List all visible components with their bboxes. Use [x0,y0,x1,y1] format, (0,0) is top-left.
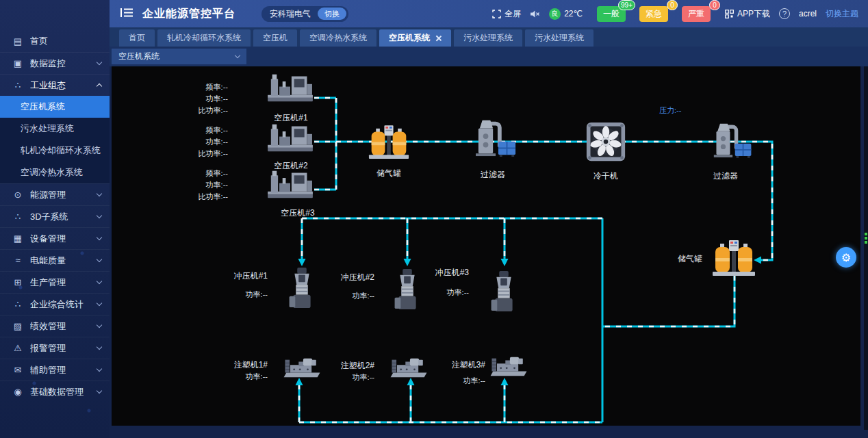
alarm-badge-severe[interactable]: 严重 0 [682,6,711,22]
sidebar-item-performance[interactable]: ▨ 绩效管理 [0,315,110,337]
punch-machine-3 [489,270,519,313]
sidebar-subitem-label: 污水处理系统 [21,123,74,135]
company-switch-button[interactable]: 切换 [318,8,346,20]
equipment-label: 冲压机#1 [224,270,268,282]
air-quality-badge: 良 [549,8,561,20]
sidebar-item-enterprise-stats[interactable]: ∴ 企业综合统计 [0,293,110,315]
sidebar-item-energy[interactable]: ⊙ 能源管理 [0,183,110,205]
toolbar: 空压机系统 [110,47,868,66]
tab-mill-cooling[interactable]: 轧机冷却循环水系统 [157,29,251,47]
sidebar-item-home[interactable]: ▤ 首页 [0,30,110,52]
system-select-dropdown[interactable]: 空压机系统 [112,49,246,64]
equipment-label: 储气罐 [656,253,702,265]
air-compressor-1 [266,71,315,103]
sidebar-item-label: 电能质量 [30,255,97,267]
chevron-down-icon [97,60,102,65]
sidebar-item-alarm[interactable]: ⚠ 报警管理 [0,337,110,359]
refrigerated-dryer [585,121,627,162]
sidebar-item-label: 设备管理 [30,233,97,245]
chevron-down-icon [97,366,102,372]
username-label[interactable]: acrel [799,9,817,18]
home-icon: ▤ [12,36,23,47]
sidebar-item-production[interactable]: ⊞ 生产管理 [0,271,110,293]
tab-air-compressor-system[interactable]: 空压机系统 [379,29,451,47]
sidebar-subitem-hvac-water[interactable]: 空调冷热水系统 [0,162,110,183]
alarm-badge-urgent[interactable]: 紧急 0 [639,6,668,22]
sidebar-submenu: 空压机系统 污水处理系统 轧机冷却循环水系统 空调冷热水系统 [0,96,110,183]
company-selector: 安科瑞电气 切换 [261,6,348,22]
sidebar-item-auxiliary[interactable]: ✉ 辅助管理 [0,359,110,381]
alarm-badges: 一般 99+ 紧急 0 严重 0 [597,6,711,22]
chevron-down-icon [97,300,102,306]
app-download-button[interactable]: APP下载 [725,8,770,20]
filter-2 [713,120,754,159]
sidebar-item-3d[interactable]: ∴ 3D子系统 [0,205,110,227]
production-icon: ⊞ [12,277,23,287]
tab-bar: 首页 轧机冷却循环水系统 空压机 空调冷热水系统 空压机系统 污水处理系统 污水… [110,27,868,47]
compressor3-params: 频率:-- 功率:-- 比功率:-- [177,168,228,203]
sidebar-item-label: 3D子系统 [30,211,97,223]
gear-icon[interactable] [836,247,856,268]
chevron-down-icon [97,235,102,240]
sidebar-item-label: 生产管理 [30,276,97,289]
compressor1-params: 频率:-- 功率:-- 比功率:-- [177,81,228,116]
sidebar-subitem-air-compressor[interactable]: 空压机系统 [0,96,110,118]
close-tab-icon[interactable] [435,35,442,42]
scrollbar-thumb[interactable] [865,233,867,245]
injection-machine-2 [390,356,428,379]
alarm-count-badge: 99+ [618,0,635,10]
temperature-label: 22℃ [564,9,583,18]
tab-air-compressor-short[interactable]: 空压机 [253,29,297,47]
sidebar-item-industrial-scada[interactable]: ∴ 工业组态 [0,74,110,96]
sidebar-item-label: 企业综合统计 [30,298,97,311]
alarm-count-badge: 0 [667,0,678,10]
sidebar-item-device[interactable]: ▦ 设备管理 [0,227,110,249]
sidebar-item-base-data[interactable]: ◉ 基础数据管理 [0,381,110,402]
sidebar-item-label: 基础数据管理 [30,386,97,398]
tab-sewage-2[interactable]: 污水处理系统 [525,29,593,47]
fullscreen-icon [492,10,501,18]
fullscreen-button[interactable]: 全屏 [492,8,521,20]
chevron-down-icon [97,344,102,350]
compressor2-params: 频率:-- 功率:-- 比功率:-- [177,125,228,159]
chevron-down-icon [235,53,240,58]
tab-home[interactable]: 首页 [119,29,155,47]
pressure-value: 压力:-- [659,105,681,116]
data-monitor-icon: ▣ [12,58,23,68]
punch-machine-1 [287,266,317,310]
equipment-label: 过滤器 [705,170,746,182]
theme-switch-link[interactable]: 切换主题 [826,8,858,20]
injection-machine-1 [283,356,321,379]
equipment-label: 过滤器 [472,169,513,181]
3d-subsystem-icon: ∴ [12,211,23,222]
page-title: 企业能源管控平台 [142,7,235,21]
canvas-scrollbar[interactable] [864,66,868,430]
sidebar-item-label: 绩效管理 [30,320,97,333]
sidebar: ▤ 首页 ▣ 数据监控 ∴ 工业组态 空压机系统 污水处理系统 轧机冷却循环水系… [0,0,110,438]
device-icon: ▦ [12,233,23,244]
equipment-label: 空压机#3 [270,207,325,219]
sidebar-subitem-mill-cooling[interactable]: 轧机冷却循环水系统 [0,140,110,162]
power-value: 功率:-- [331,291,374,301]
power-value: 功率:-- [222,372,268,382]
tab-sewage-1[interactable]: 污水处理系统 [454,29,522,47]
freq-value: 频率:-- [177,125,228,136]
menu-collapse-icon[interactable] [120,8,133,21]
power-value: 功率:-- [177,179,228,191]
sidebar-item-label: 数据监控 [30,57,97,70]
auxiliary-icon: ✉ [12,365,23,375]
chevron-down-icon [97,279,102,284]
sidebar-item-label: 报警管理 [30,342,97,355]
sidebar-logo-area [0,0,110,30]
sidebar-item-power-quality[interactable]: ≈ 电能质量 [0,249,110,271]
power-value: 功率:-- [224,289,268,300]
mute-button[interactable] [530,10,540,18]
alarm-icon: ⚠ [12,343,23,353]
sidebar-subitem-sewage[interactable]: 污水处理系统 [0,118,110,140]
help-icon[interactable]: ? [779,8,790,19]
freq-value: 频率:-- [177,168,228,179]
power-value: 功率:-- [425,287,469,298]
sidebar-item-data-monitor[interactable]: ▣ 数据监控 [0,52,110,74]
tab-hvac-water[interactable]: 空调冷热水系统 [300,29,376,47]
alarm-badge-general[interactable]: 一般 99+ [597,6,626,22]
